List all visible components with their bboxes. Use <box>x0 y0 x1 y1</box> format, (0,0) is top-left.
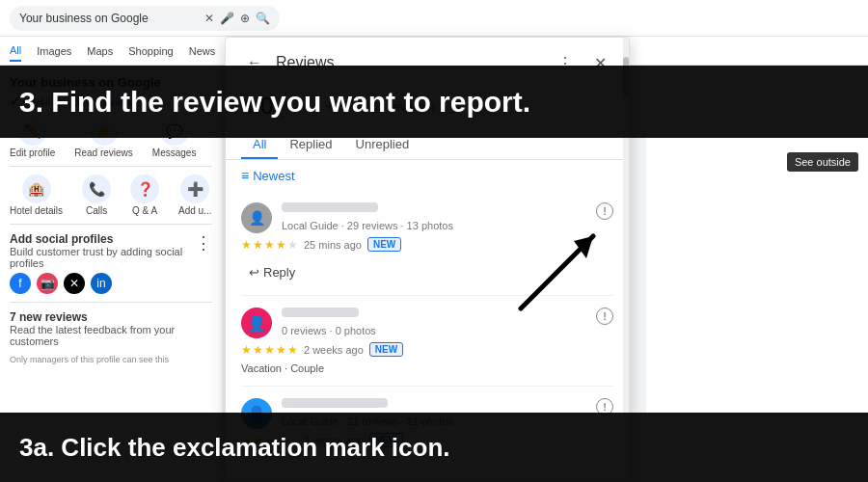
social-profiles-section: Add social profiles Build customer trust… <box>10 232 212 294</box>
review-time-2: 2 weeks ago <box>304 344 364 356</box>
nav-tab-maps[interactable]: Maps <box>87 41 113 61</box>
user-name-bar-2 <box>282 308 359 317</box>
search-bar: Your business on Google ✕ 🎤 ⊕ 🔍 <box>0 0 868 37</box>
avatar-1: 👤 <box>241 202 272 233</box>
exclamation-icon-1[interactable]: ! <box>596 202 613 220</box>
divider-3 <box>10 302 212 303</box>
sort-row: ≡ Newest <box>226 160 629 191</box>
review-tags-2: Vacation · Couple <box>241 362 613 374</box>
badge-new-2: NEW <box>369 342 403 357</box>
annotation-bottom-text: 3a. Click the exclamation mark icon. <box>19 433 450 463</box>
sort-label[interactable]: Newest <box>253 169 294 183</box>
review-stars-row-1: ★ ★ ★ ★ ★ 25 mins ago NEW <box>241 237 613 252</box>
nav-tab-all[interactable]: All <box>10 40 21 62</box>
annotation-top-text: 3. Find the review you want to report. <box>19 86 530 119</box>
managers-note: Only managers of this profile can see th… <box>10 355 212 364</box>
nav-tab-news[interactable]: News <box>189 41 216 61</box>
calls-btn[interactable]: 📞 Calls <box>82 174 111 216</box>
more-options-icon[interactable]: ⋮ <box>195 232 212 254</box>
annotation-box-top: 3. Find the review you want to report. <box>0 66 868 138</box>
add-social-title: Add social profiles <box>10 232 195 246</box>
review-stars-2: ★ ★ ★ ★ ★ <box>241 343 298 357</box>
annotation-box-bottom: 3a. Click the exclamation mark icon. <box>0 413 868 482</box>
review-stars-1: ★ ★ ★ ★ ★ <box>241 238 298 252</box>
hotel-actions-row: 🏨 Hotel details 📞 Calls ❓ Q & A ➕ Add u.… <box>10 174 212 216</box>
search-icon[interactable]: 🔍 <box>256 12 270 25</box>
review-user-row-2: 👤 0 reviews · 0 photos <box>241 308 613 338</box>
sort-icon: ≡ <box>241 168 249 183</box>
review-item-1: 👤 Local Guide · 29 reviews · 13 photos ★… <box>241 191 613 296</box>
twitter-icon[interactable]: ✕ <box>64 273 85 294</box>
instagram-icon[interactable]: 📷 <box>37 273 58 294</box>
user-info-2: 0 reviews · 0 photos <box>282 308 613 338</box>
new-reviews-subtitle: Read the latest feedback from your custo… <box>10 324 212 347</box>
review-stars-row-2: ★ ★ ★ ★ ★ 2 weeks ago NEW <box>241 342 613 357</box>
facebook-icon[interactable]: f <box>10 273 31 294</box>
divider-2 <box>10 224 212 225</box>
reply-label-1: Reply <box>263 265 295 280</box>
user-name-bar-3 <box>282 398 388 408</box>
search-text: Your business on Google <box>19 12 149 25</box>
user-meta-1: Local Guide · 29 reviews · 13 photos <box>282 220 453 231</box>
linkedin-icon[interactable]: in <box>91 273 112 294</box>
lens-icon[interactable]: ⊕ <box>240 12 250 25</box>
add-btn[interactable]: ➕ Add u... <box>178 174 211 216</box>
badge-new-1: NEW <box>367 237 401 252</box>
avatar-2: 👤 <box>241 308 272 338</box>
hotel-details-btn[interactable]: 🏨 Hotel details <box>10 174 63 216</box>
qa-btn[interactable]: ❓ Q & A <box>130 174 159 216</box>
new-reviews-title: 7 new reviews <box>10 310 212 324</box>
add-social-subtitle: Build customer trust by adding social pr… <box>10 246 195 269</box>
see-outside-btn[interactable]: See outside <box>787 152 858 172</box>
user-info-1: Local Guide · 29 reviews · 13 photos <box>282 202 613 233</box>
new-reviews-section: 7 new reviews Read the latest feedback f… <box>10 310 212 347</box>
close-icon[interactable]: ✕ <box>204 12 214 25</box>
social-icons-row: f 📷 ✕ in <box>10 273 195 294</box>
reply-icon-1: ↩ <box>249 265 259 280</box>
review-time-1: 25 mins ago <box>304 239 362 251</box>
nav-tab-shopping[interactable]: Shopping <box>128 41 174 61</box>
exclamation-icon-2[interactable]: ! <box>596 308 613 325</box>
review-user-row-1: 👤 Local Guide · 29 reviews · 13 photos <box>241 202 613 233</box>
review-item-2: 👤 0 reviews · 0 photos ★ ★ ★ ★ ★ 2 weeks… <box>241 296 613 387</box>
user-meta-2: 0 reviews · 0 photos <box>282 325 376 336</box>
user-name-bar-1 <box>282 202 378 212</box>
divider-1 <box>10 166 212 167</box>
search-input[interactable]: Your business on Google ✕ 🎤 ⊕ 🔍 <box>10 6 280 31</box>
nav-tab-images[interactable]: Images <box>37 41 71 61</box>
mic-icon[interactable]: 🎤 <box>220 12 234 25</box>
reply-button-1[interactable]: ↩ Reply <box>241 261 303 283</box>
